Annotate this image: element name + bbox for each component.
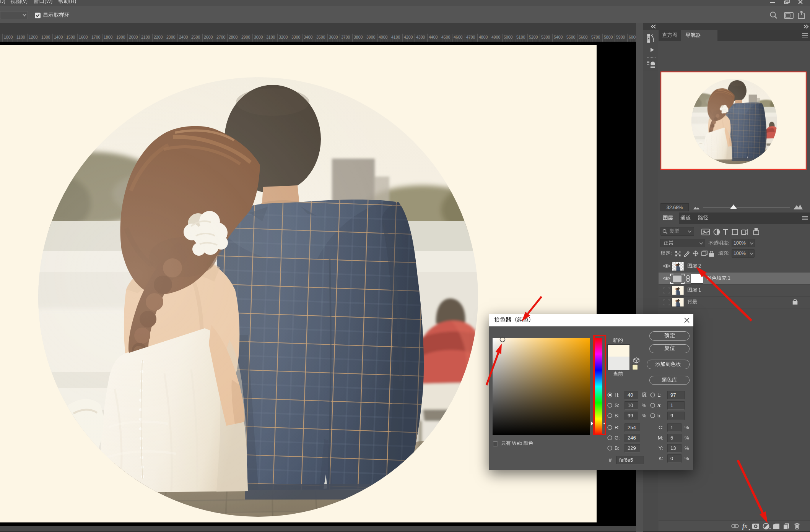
svg-text:fx: fx bbox=[742, 523, 747, 530]
